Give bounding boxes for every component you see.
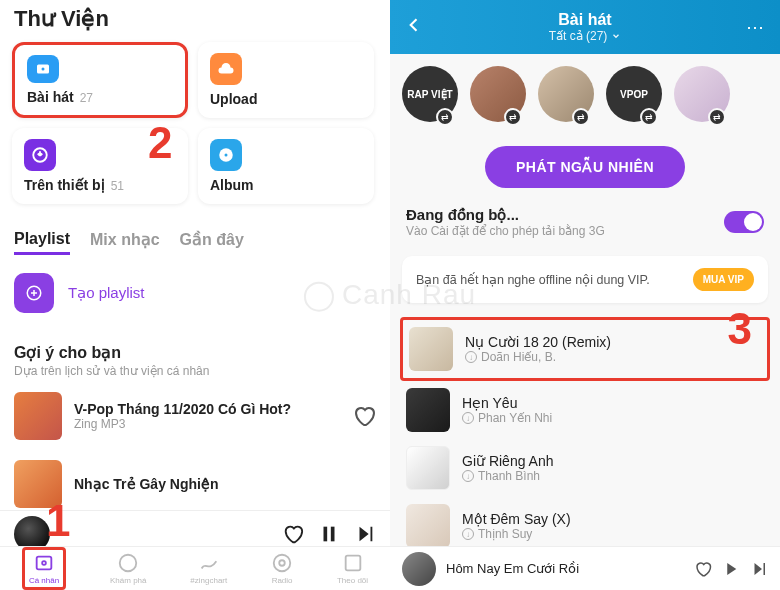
circle-item[interactable]: ⇄ (538, 66, 596, 124)
tab-playlist[interactable]: Playlist (14, 230, 70, 255)
next-icon[interactable] (354, 523, 376, 545)
song-artist: Phan Yến Nhi (478, 411, 552, 425)
suggestion-title: V-Pop Tháng 11/2020 Có Gì Hot? (74, 401, 340, 417)
chevron-down-icon (611, 31, 621, 41)
song-thumb (406, 446, 450, 490)
suggestions-header: Gợi ý cho bạn Dựa trên lịch sử và thư vi… (0, 325, 390, 382)
library-pane: Thư Viện Bài hát 27 Upload Trên thiết bị… (0, 0, 390, 590)
song-thumb (406, 388, 450, 432)
create-playlist-row[interactable]: Tạo playlist (0, 261, 390, 325)
buy-vip-button[interactable]: MUA VIP (693, 268, 754, 291)
download-icon: ↓ (462, 412, 474, 424)
upload-icon (210, 53, 242, 85)
shuffle-badge-icon: ⇄ (504, 108, 522, 126)
device-card[interactable]: Trên thiết bị 51 (12, 128, 188, 204)
suggestion-item[interactable]: Nhạc Trẻ Gây Nghiện (0, 450, 390, 518)
tab-mix[interactable]: Mix nhạc (90, 230, 160, 255)
nav-radio[interactable]: Radio (271, 552, 293, 585)
next-icon[interactable] (750, 560, 768, 578)
suggestion-title: Nhạc Trẻ Gây Nghiện (74, 476, 376, 492)
pause-icon[interactable] (318, 523, 340, 545)
song-artist: Doãn Hiếu, B. (481, 350, 556, 364)
song-thumb (406, 504, 450, 548)
library-header: Thư Viện (0, 0, 390, 42)
song-title: Giữ Riêng Anh (462, 453, 764, 469)
heart-icon[interactable] (352, 404, 376, 428)
vip-message: Bạn đã hết hạn nghe offline nội dung VIP… (416, 272, 650, 287)
shuffle-badge-icon: ⇄ (572, 108, 590, 126)
songs-label: Bài hát (27, 89, 74, 105)
heart-icon[interactable] (282, 523, 304, 545)
song-row[interactable]: Giữ Riêng Anh ↓Thanh Bình (400, 439, 770, 497)
device-icon (24, 139, 56, 171)
suggestion-thumb (14, 392, 62, 440)
category-grid: Bài hát 27 Upload Trên thiết bị 51 Album (0, 42, 390, 204)
shuffle-play-button[interactable]: PHÁT NGẪU NHIÊN (485, 146, 685, 188)
tab-recent[interactable]: Gần đây (180, 230, 244, 255)
svg-rect-8 (37, 557, 52, 570)
explore-icon (117, 552, 139, 574)
suggestions-subtitle: Dựa trên lịch sử và thư viện cá nhân (14, 364, 376, 378)
album-icon (210, 139, 242, 171)
circle-item[interactable]: RAP VIỆT⇄ (402, 66, 460, 124)
right-player-bar[interactable]: Hôm Nay Em Cưới Rồi (390, 546, 780, 590)
song-artist: Thịnh Suy (478, 527, 532, 541)
suggestion-item[interactable]: V-Pop Tháng 11/2020 Có Gì Hot? Zing MP3 (0, 382, 390, 450)
device-count: 51 (111, 179, 124, 193)
follow-icon (342, 552, 364, 574)
album-card[interactable]: Album (198, 128, 374, 204)
songs-card[interactable]: Bài hát 27 (12, 42, 188, 118)
album-label: Album (210, 177, 254, 193)
create-playlist-icon (14, 273, 54, 313)
header-subtitle[interactable]: Tất cả (27) (549, 29, 622, 43)
download-icon: ↓ (462, 470, 474, 482)
chart-icon (198, 552, 220, 574)
circle-item[interactable]: VPOP⇄ (606, 66, 664, 124)
svg-point-9 (42, 561, 46, 565)
song-row[interactable]: Hẹn Yêu ↓Phan Yến Nhi (400, 381, 770, 439)
svg-point-12 (279, 560, 285, 566)
device-label: Trên thiết bị (24, 177, 105, 193)
heart-icon[interactable] (694, 560, 712, 578)
download-icon: ↓ (465, 351, 477, 363)
circle-item[interactable]: ⇄ (470, 66, 528, 124)
sync-toggle[interactable] (724, 211, 764, 233)
svg-point-4 (225, 154, 228, 157)
sync-subtitle: Vào Cài đặt để cho phép tải bằng 3G (406, 224, 605, 238)
back-button[interactable] (404, 15, 424, 39)
library-tabs: Playlist Mix nhạc Gần đây (0, 204, 390, 261)
shuffle-badge-icon: ⇄ (640, 108, 658, 126)
song-title: Một Đêm Say (X) (462, 511, 764, 527)
play-icon[interactable] (722, 560, 740, 578)
svg-rect-7 (331, 526, 335, 541)
upload-card[interactable]: Upload (198, 42, 374, 118)
nav-chart[interactable]: #zingchart (190, 552, 227, 585)
suggestion-artist: Zing MP3 (74, 417, 340, 431)
song-title: Nụ Cười 18 20 (Remix) (465, 334, 761, 350)
nav-follow[interactable]: Theo dõi (337, 552, 368, 585)
svg-rect-13 (345, 556, 360, 571)
sync-status: Đang đồng bộ... Vào Cài đặt để cho phép … (390, 202, 780, 242)
create-playlist-label: Tạo playlist (68, 284, 145, 302)
more-button[interactable]: ⋯ (746, 16, 766, 38)
song-row[interactable]: Nụ Cười 18 20 (Remix) ↓Doãn Hiếu, B. (400, 317, 770, 381)
radio-icon (271, 552, 293, 574)
library-icon (33, 552, 55, 574)
svg-point-1 (42, 68, 45, 71)
sync-title: Đang đồng bộ... (406, 206, 605, 224)
circle-item[interactable]: ⇄ (674, 66, 732, 124)
song-artist: Thanh Bình (478, 469, 540, 483)
shuffle-badge-icon: ⇄ (436, 108, 454, 126)
shuffle-badge-icon: ⇄ (708, 108, 726, 126)
svg-point-10 (120, 555, 137, 572)
songs-count: 27 (80, 91, 93, 105)
svg-point-11 (274, 555, 291, 572)
upload-label: Upload (210, 91, 257, 107)
nav-library[interactable]: Cá nhân (22, 547, 66, 590)
song-thumb (409, 327, 453, 371)
nav-explore[interactable]: Khám phá (110, 552, 146, 585)
bottom-nav: Cá nhân Khám phá #zingchart Radio Theo d… (0, 546, 390, 590)
svg-rect-6 (324, 526, 328, 541)
songs-pane: Bài hát Tất cả (27) ⋯ RAP VIỆT⇄ ⇄ ⇄ VPOP… (390, 0, 780, 590)
player-thumb (402, 552, 436, 586)
